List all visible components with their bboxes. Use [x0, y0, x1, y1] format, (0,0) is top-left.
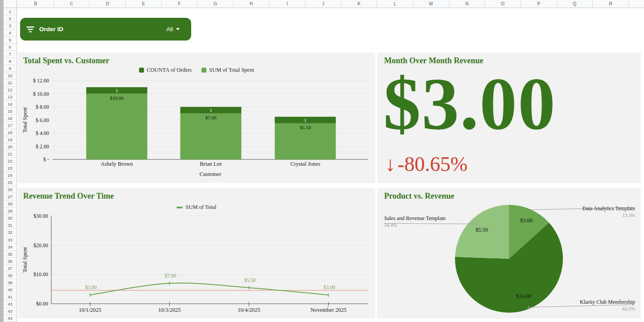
row-header-12[interactable]: 12	[4, 86, 16, 94]
row-header-32[interactable]: 32	[4, 229, 16, 236]
column-header-C[interactable]: C	[54, 0, 90, 8]
bar-count-label: 1	[115, 88, 118, 93]
column-header-I[interactable]: I	[269, 0, 305, 8]
row-header-10[interactable]: 10	[4, 72, 16, 79]
bar-sum-label: $5.50	[300, 125, 311, 130]
column-header-N[interactable]: N	[449, 0, 485, 8]
row-header-23[interactable]: 23	[4, 165, 16, 172]
bar-chart-panel[interactable]: Total Spent vs. Customer COUNTA of Order…	[18, 53, 375, 183]
column-header-J[interactable]: J	[305, 0, 341, 8]
row-header-11[interactable]: 11	[4, 79, 16, 86]
row-header-16[interactable]: 16	[4, 115, 16, 122]
row-header-21[interactable]: 21	[4, 151, 16, 158]
row-header-28[interactable]: 28	[4, 200, 16, 208]
column-header-R[interactable]: R	[593, 0, 629, 8]
y-tick-label: $ 4.00	[36, 130, 49, 136]
column-header-E[interactable]: E	[126, 0, 162, 8]
row-header-35[interactable]: 35	[4, 251, 16, 258]
line-chart-panel[interactable]: Revenue Trend Over Time SUM of Total $30…	[18, 188, 375, 318]
row-header-8[interactable]: 8	[4, 58, 16, 65]
y-tick-label: $0.00	[36, 301, 48, 307]
row-header-42[interactable]: 42	[4, 301, 16, 308]
row-header-19[interactable]: 19	[4, 136, 16, 143]
row-header-5[interactable]: 5	[4, 37, 16, 44]
row-header-1[interactable]: 1	[4, 8, 16, 15]
bar-sum-label: $10.00	[110, 95, 124, 101]
row-header-29[interactable]: 29	[4, 208, 16, 215]
column-header-D[interactable]: D	[90, 0, 126, 8]
column-header-Q[interactable]: Q	[557, 0, 593, 8]
pie-chart-title: Product vs. Revenue	[384, 192, 454, 201]
pie-slice-name: Klarity Club Membership	[580, 299, 635, 306]
legend-item: COUNTA of Orders	[139, 67, 192, 73]
bar-count-label: 1	[304, 118, 307, 123]
bar-sum-segment	[86, 94, 148, 160]
row-header-31[interactable]: 31	[4, 222, 16, 229]
scorecard-title: Month Over Month Revenue	[384, 56, 483, 65]
column-header-O[interactable]: O	[485, 0, 521, 8]
row-header-22[interactable]: 22	[4, 158, 16, 165]
chevron-down-icon	[176, 28, 180, 30]
pie-slice-percent: 24.4%	[384, 222, 446, 228]
pie-chart-panel[interactable]: Product vs. Revenue Data Analytics Templ…	[377, 188, 641, 318]
x-axis-title: Customer	[200, 171, 222, 177]
legend-item: SUM of Total Spent	[201, 67, 254, 73]
row-header-34[interactable]: 34	[4, 244, 16, 251]
row-header-17[interactable]: 17	[4, 122, 16, 129]
row-header-4[interactable]: 4	[4, 29, 16, 37]
row-header-13[interactable]: 13	[4, 94, 16, 101]
column-header-B[interactable]: B	[18, 0, 54, 8]
column-header-F[interactable]: F	[162, 0, 198, 8]
legend-swatch	[176, 207, 183, 208]
select-all-corner[interactable]	[4, 0, 17, 8]
row-header-44[interactable]: 44	[4, 315, 16, 322]
row-header-6[interactable]: 6	[4, 44, 16, 51]
row-header-37[interactable]: 37	[4, 265, 16, 272]
scorecard-change-value: -80.65%	[398, 152, 468, 176]
pie-slice-percent: 13.3%	[582, 212, 635, 218]
legend-item: SUM of Total	[176, 204, 216, 211]
row-header-43[interactable]: 43	[4, 308, 16, 315]
y-tick-label: $30.00	[33, 213, 48, 219]
legend-label: SUM of Total	[185, 204, 216, 211]
line-chart-legend: SUM of Total	[18, 204, 375, 211]
row-header-26[interactable]: 26	[4, 186, 16, 193]
row-header-15[interactable]: 15	[4, 108, 16, 115]
scorecard-change: ↓ -80.65%	[385, 152, 468, 176]
column-header-H[interactable]: H	[234, 0, 270, 8]
row-header-7[interactable]: 7	[4, 51, 16, 58]
scorecard-panel[interactable]: Month Over Month Revenue $3.00 ↓ -80.65%	[377, 53, 641, 183]
row-header-30[interactable]: 30	[4, 215, 16, 222]
column-header-G[interactable]: G	[197, 0, 234, 8]
line-series	[90, 283, 328, 295]
scorecard-value: $3.00	[383, 62, 556, 145]
row-headers: 1234567891011121314151617181920212223242…	[4, 8, 17, 322]
row-header-41[interactable]: 41	[4, 293, 16, 301]
column-header-K[interactable]: K	[341, 0, 377, 8]
row-header-20[interactable]: 20	[4, 143, 16, 151]
row-header-40[interactable]: 40	[4, 286, 16, 293]
row-header-33[interactable]: 33	[4, 236, 16, 244]
row-header-2[interactable]: 2	[4, 15, 16, 22]
column-header-P[interactable]: P	[521, 0, 557, 8]
y-tick-label: $ 6.00	[36, 117, 49, 123]
row-header-39[interactable]: 39	[4, 279, 16, 286]
row-header-25[interactable]: 25	[4, 179, 16, 186]
pie-value-label: $3.00	[520, 217, 533, 224]
column-header-M[interactable]: M	[413, 0, 449, 8]
filter-value-dropdown[interactable]: All	[167, 26, 180, 33]
legend-label: COUNTA of Orders	[147, 67, 192, 73]
order-id-filter-slicer[interactable]: Order ID All	[20, 18, 191, 41]
row-header-27[interactable]: 27	[4, 193, 16, 200]
y-tick-label: $ -	[43, 156, 49, 163]
row-header-24[interactable]: 24	[4, 172, 16, 179]
down-arrow-icon: ↓	[385, 152, 395, 176]
column-header-L[interactable]: L	[377, 0, 413, 8]
row-header-38[interactable]: 38	[4, 272, 16, 279]
row-header-3[interactable]: 3	[4, 22, 16, 29]
row-header-14[interactable]: 14	[4, 101, 16, 108]
legend-swatch	[201, 68, 206, 73]
row-header-18[interactable]: 18	[4, 129, 16, 136]
row-header-9[interactable]: 9	[4, 65, 16, 72]
row-header-36[interactable]: 36	[4, 258, 16, 265]
